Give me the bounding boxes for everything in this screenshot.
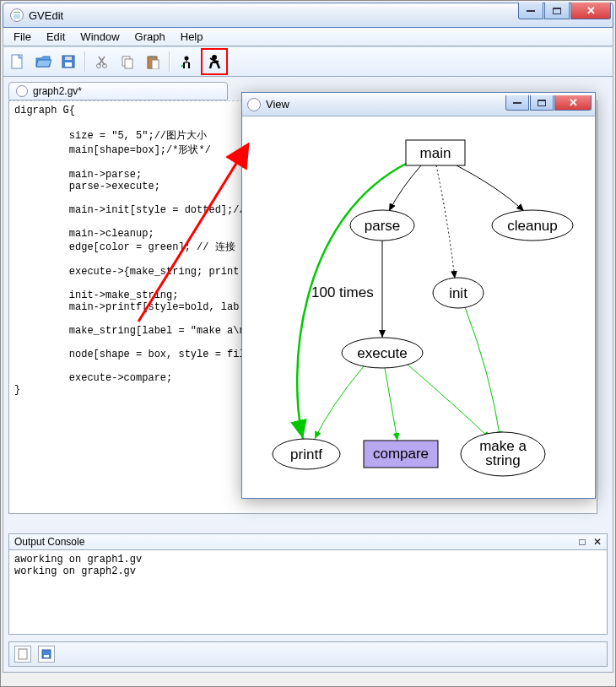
console-close-button[interactable]: ✕ [593, 536, 602, 548]
view-minimize-button[interactable] [505, 95, 529, 111]
node-cleanup: cleanup [507, 218, 558, 234]
save-button[interactable] [57, 51, 79, 73]
menu-edit[interactable]: Edit [40, 29, 72, 45]
status-save-button[interactable] [38, 646, 55, 663]
svg-rect-35 [19, 649, 27, 659]
status-doc-button[interactable] [14, 646, 31, 663]
menu-window[interactable]: Window [73, 29, 126, 45]
run-button[interactable] [203, 51, 225, 73]
svg-point-11 [185, 57, 189, 61]
node-main: main [420, 145, 451, 161]
console-controls: □ ✕ [579, 536, 602, 548]
menu-file[interactable]: File [7, 29, 38, 45]
svg-rect-3 [65, 57, 72, 60]
svg-line-23 [214, 61, 219, 62]
console-dock-button[interactable]: □ [579, 536, 585, 548]
menu-graph[interactable]: Graph [128, 29, 172, 45]
svg-rect-9 [150, 56, 154, 58]
view-title: View [266, 98, 289, 111]
svg-line-20 [210, 62, 212, 68]
cut-button[interactable] [91, 51, 113, 73]
node-printf: printf [290, 446, 322, 463]
node-init: init [449, 285, 467, 301]
window-titlebar: GVEdit ✕ [3, 3, 613, 28]
close-button[interactable]: ✕ [570, 3, 611, 19]
svg-rect-7 [125, 59, 132, 68]
doc-icon [16, 85, 28, 97]
graph-view-window[interactable]: View ✕ 100 tim [241, 92, 596, 499]
node-make-string-l2: string [485, 452, 521, 468]
svg-line-21 [217, 62, 219, 68]
svg-line-26 [385, 368, 397, 441]
svg-rect-10 [152, 60, 159, 69]
copy-button[interactable] [116, 51, 138, 73]
new-file-button[interactable] [7, 51, 29, 73]
svg-line-16 [181, 65, 183, 67]
node-execute: execute [357, 345, 408, 361]
app-icon [10, 8, 24, 22]
layout-button[interactable] [176, 51, 197, 73]
view-maximize-button[interactable] [530, 95, 554, 111]
editor-tab[interactable]: graph2.gv* [8, 82, 228, 100]
run-button-highlight [201, 48, 228, 75]
view-titlebar[interactable]: View ✕ [242, 93, 595, 116]
console-title: Output Console [14, 536, 84, 548]
view-close-button[interactable]: ✕ [554, 95, 592, 111]
graph-canvas: 100 times main parse cleanup [242, 116, 595, 498]
toolbar-separator [84, 51, 86, 72]
content-area: graph2.gv* digraph G{ size = "5, 5";//图片… [3, 77, 613, 673]
toolbar [3, 46, 613, 77]
toolbar-separator [169, 51, 170, 72]
menu-bar: File Edit Window Graph Help [3, 28, 613, 46]
paste-button[interactable] [142, 51, 164, 73]
output-console: Output Console □ ✕ aworking on graph1.gv… [8, 533, 608, 635]
node-parse: parse [365, 218, 401, 234]
status-bar [8, 641, 608, 667]
svg-rect-37 [44, 655, 49, 657]
svg-rect-2 [65, 62, 72, 67]
editor-tab-label: graph2.gv* [33, 85, 82, 97]
menu-help[interactable]: Help [174, 29, 210, 45]
window-title: GVEdit [29, 9, 63, 22]
node-compare: compare [373, 446, 429, 462]
app-icon [247, 98, 261, 111]
open-file-button[interactable] [32, 51, 54, 73]
edge-label: 100 times [311, 284, 374, 300]
console-output[interactable]: aworking on graph1.gv working on graph2.… [8, 550, 608, 635]
maximize-button[interactable] [544, 3, 570, 19]
minimize-button[interactable] [518, 3, 543, 19]
